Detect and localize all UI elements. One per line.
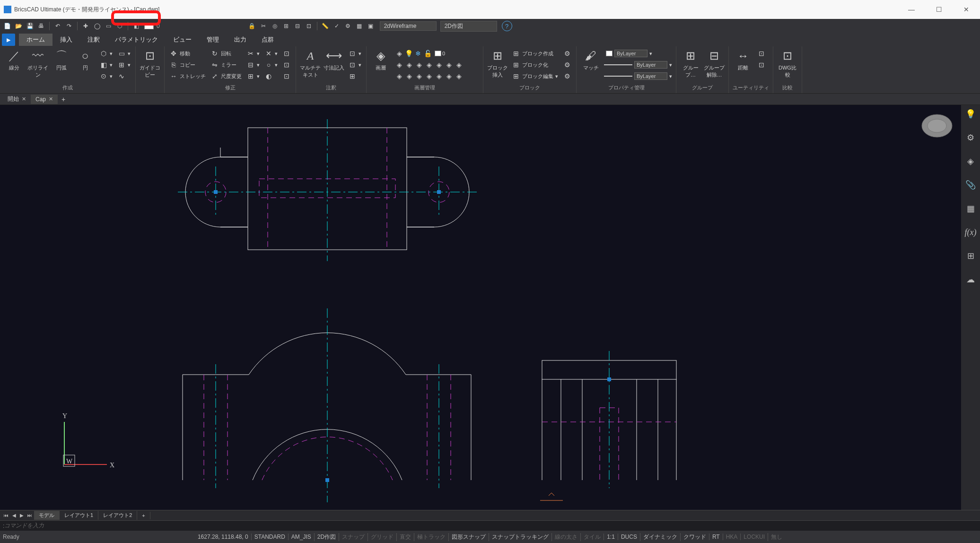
tool-icon[interactable]: ✓	[332, 21, 342, 31]
layout-add-button[interactable]: +	[137, 512, 150, 519]
status-osnap[interactable]: 図形スナップ	[448, 533, 489, 541]
tool-icon[interactable]: ▦	[354, 21, 365, 31]
draw-small-3[interactable]: ⊙▾	[98, 71, 114, 81]
status-scale[interactable]: 1:1	[604, 534, 618, 540]
layout-tab-2[interactable]: レイアウト2	[98, 511, 137, 520]
grid-icon[interactable]: ▦	[964, 202, 977, 215]
new-icon[interactable]: 📄	[2, 21, 12, 31]
status-lockui[interactable]: LOCKUI	[740, 534, 768, 540]
status-snap[interactable]: スナップ	[339, 533, 368, 541]
block-small-1[interactable]: ⚙	[562, 48, 572, 59]
mtext-button[interactable]: Aマルチテキスト	[300, 48, 321, 79]
status-none[interactable]: 無し	[768, 533, 785, 541]
util-small-1[interactable]: ⊡	[756, 48, 767, 59]
annot-small-2[interactable]: ⊡▾	[347, 60, 362, 70]
polyline-button[interactable]: 〰ポリライン	[27, 48, 48, 79]
draw-small-5[interactable]: ⊞▾	[116, 60, 131, 70]
modify-small-7[interactable]: ⊡	[281, 48, 292, 59]
status-dyn[interactable]: ダイナミック	[640, 533, 680, 541]
structure-icon[interactable]: ⊞	[964, 250, 977, 262]
modify-small-1[interactable]: ✂▾	[245, 48, 261, 59]
status-standard[interactable]: STANDARD	[251, 534, 288, 540]
layout-first-icon[interactable]: ⏮	[2, 513, 10, 518]
dwg-compare-button[interactable]: ⊡DWG比較	[777, 48, 798, 79]
status-ortho[interactable]: 直交	[396, 533, 414, 541]
status-ducs[interactable]: DUCS	[618, 534, 640, 540]
status-amjis[interactable]: AM_JIS	[288, 534, 314, 540]
dim-button[interactable]: ⟷寸法記入	[324, 48, 344, 71]
modify-small-6[interactable]: ◐	[263, 71, 279, 81]
linetype-select[interactable]: ByLayer▾	[604, 71, 672, 81]
command-line[interactable]: : コマンドを入力	[0, 520, 980, 531]
layout-prev-icon[interactable]: ◀	[10, 513, 18, 518]
status-snaptrack[interactable]: スナップトラッキング	[489, 533, 551, 541]
status-drafting[interactable]: 2D作図	[314, 533, 339, 541]
status-lineweight[interactable]: 線の太さ	[551, 533, 580, 541]
group-button[interactable]: ⊞グループ…	[680, 48, 701, 79]
ungroup-button[interactable]: ⊟グループ解除…	[704, 48, 725, 79]
layer-toolbar-1[interactable]: ◈💡❄🔓0	[394, 48, 479, 59]
modify-small-4[interactable]: ✕▾	[263, 48, 279, 59]
tab-pointcloud[interactable]: 点群	[254, 34, 281, 46]
draw-small-1[interactable]: ⬡▾	[98, 48, 114, 59]
tab-manage[interactable]: 管理	[199, 34, 227, 46]
close-icon[interactable]: ✕	[49, 96, 53, 102]
match-button[interactable]: 🖌マッチ	[580, 48, 601, 71]
draw-small-2[interactable]: ◧▾	[98, 60, 114, 70]
block-small-3[interactable]: ⚙	[562, 71, 572, 81]
color-select[interactable]: ByLayer▾	[604, 48, 672, 59]
tool-icon[interactable]: ⊡	[304, 21, 314, 31]
modify-small-8[interactable]: ⊡	[281, 60, 292, 70]
tab-home[interactable]: ホーム	[19, 34, 52, 46]
tab-view[interactable]: ビュー	[166, 34, 199, 46]
block-create-button[interactable]: ⊞ブロック作成	[511, 48, 559, 59]
layout-next-icon[interactable]: ▶	[18, 513, 26, 518]
layout-tab-model[interactable]: モデル	[34, 511, 60, 520]
attach-icon[interactable]: 📎	[964, 179, 977, 191]
settings-icon[interactable]: ⚙	[964, 131, 977, 144]
block-edit-button[interactable]: ⊞ブロック編集▾	[511, 71, 559, 81]
undo-icon[interactable]: ↶	[52, 21, 63, 31]
tool-icon[interactable]: ◎	[270, 21, 280, 31]
fx-icon[interactable]: f(x)	[964, 226, 977, 238]
modify-small-3[interactable]: ⊞▾	[245, 71, 261, 81]
workspace-dropdown[interactable]: 2D作図	[440, 21, 497, 32]
status-polar[interactable]: 極トラック	[414, 533, 448, 541]
drawing-canvas[interactable]: Y X W 💡 ⚙ ◈ 📎 ▦ f(x) ⊞ ☁	[0, 105, 980, 510]
close-icon[interactable]: ✕	[22, 96, 26, 102]
layer-toolbar-3[interactable]: ◈◈◈◈◈◈◈	[394, 71, 479, 81]
open-icon[interactable]: 📂	[13, 21, 24, 31]
distance-button[interactable]: ↔距離	[733, 48, 753, 71]
block-small-2[interactable]: ⚙	[562, 60, 572, 70]
add-document-button[interactable]: +	[58, 96, 69, 103]
status-rt[interactable]: RT	[709, 534, 723, 540]
layout-tab-1[interactable]: レイアウト1	[60, 511, 98, 520]
lineweight-select[interactable]: ByLayer▾	[604, 60, 672, 70]
modify-small-2[interactable]: ⊟▾	[245, 60, 261, 70]
modify-small-5[interactable]: ○▾	[263, 60, 279, 70]
layout-last-icon[interactable]: ⏭	[26, 513, 34, 518]
app-menu-button[interactable]: ▶	[2, 34, 15, 46]
lightbulb-icon[interactable]: 💡	[964, 108, 977, 120]
stretch-button[interactable]: ↔ストレッチ	[168, 71, 207, 81]
status-grid[interactable]: グリッド	[368, 533, 396, 541]
status-quad[interactable]: クワッド	[680, 533, 709, 541]
block-insert-button[interactable]: ⊞ブロック挿入	[487, 48, 508, 79]
doc-tab-start[interactable]: 開始✕	[3, 94, 31, 105]
tool-icon[interactable]: ✂	[258, 21, 269, 31]
modify-small-9[interactable]: ⊡	[281, 71, 292, 81]
status-hka[interactable]: HKA	[723, 534, 741, 540]
doc-tab-cap[interactable]: Cap✕	[31, 95, 58, 104]
tab-annotate[interactable]: 注釈	[80, 34, 107, 46]
status-coords[interactable]: 1627.28, 1118.48, 0	[195, 534, 251, 540]
annot-small-3[interactable]: ⊞	[347, 71, 362, 81]
tool-icon[interactable]: ⊟	[292, 21, 303, 31]
close-button[interactable]: ✕	[953, 0, 980, 19]
layers-icon[interactable]: ◈	[964, 155, 977, 167]
print-icon[interactable]: 🖶	[36, 21, 46, 31]
tab-output[interactable]: 出力	[227, 34, 254, 46]
move-button[interactable]: ✥移動	[168, 48, 207, 59]
mirror-button[interactable]: ⇋ミラー	[210, 60, 243, 70]
arc-button[interactable]: ⌒円弧	[51, 48, 72, 71]
blockify-button[interactable]: ⊞ブロック化	[511, 60, 559, 70]
